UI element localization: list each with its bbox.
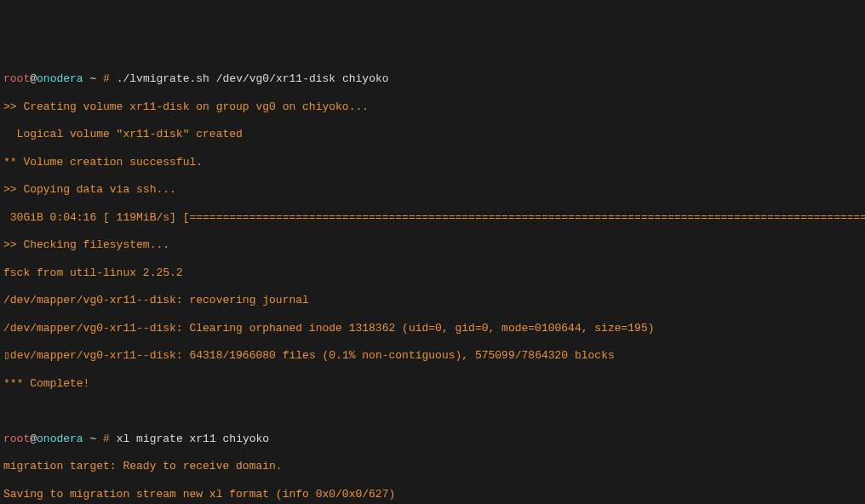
output-line: >> Creating volume xr11-disk on group vg… bbox=[3, 100, 862, 114]
prompt-path: ~ bbox=[89, 432, 96, 445]
prompt-at: @ bbox=[30, 72, 37, 85]
command-2: xl migrate xr11 chiyoko bbox=[117, 432, 269, 445]
output-line: Logical volume "xr11-disk" created bbox=[3, 128, 862, 141]
output-line: >> Copying data via ssh... bbox=[3, 183, 862, 197]
output-line: fsck from util-linux 2.25.2 bbox=[3, 266, 862, 280]
output-line: migration target: Ready to receive domai… bbox=[3, 460, 862, 473]
output-line: ▯dev/mapper/vg0-xr11--disk: 64318/196608… bbox=[3, 349, 862, 363]
output-line: /dev/mapper/vg0-xr11--disk: Clearing orp… bbox=[3, 322, 862, 335]
prompt-line-1: root@onodera ~ # ./lvmigrate.sh /dev/vg0… bbox=[3, 72, 862, 86]
output-line: ** Volume creation successful. bbox=[3, 156, 862, 169]
prompt-symbol: # bbox=[103, 432, 110, 445]
prompt-at: @ bbox=[30, 432, 37, 445]
blank-line bbox=[3, 404, 862, 418]
prompt-host: onodera bbox=[37, 432, 83, 445]
command-1: ./lvmigrate.sh /dev/vg0/xr11-disk chiyok… bbox=[117, 72, 389, 85]
progress-line: 30GiB 0:04:16 [ 119MiB/s] [=============… bbox=[3, 211, 862, 225]
terminal-output[interactable]: root@onodera ~ # ./lvmigrate.sh /dev/vg0… bbox=[3, 59, 862, 504]
prompt-user: root bbox=[3, 432, 30, 445]
prompt-user: root bbox=[3, 72, 30, 85]
output-line: Saving to migration stream new xl format… bbox=[3, 488, 862, 501]
output-line: *** Complete! bbox=[3, 377, 862, 391]
output-line: >> Checking filesystem... bbox=[3, 238, 862, 252]
prompt-path: ~ bbox=[89, 72, 96, 85]
prompt-line-2: root@onodera ~ # xl migrate xr11 chiyoko bbox=[3, 432, 862, 446]
prompt-symbol: # bbox=[103, 72, 110, 85]
prompt-host: onodera bbox=[37, 72, 83, 85]
output-line: /dev/mapper/vg0-xr11--disk: recovering j… bbox=[3, 294, 862, 307]
